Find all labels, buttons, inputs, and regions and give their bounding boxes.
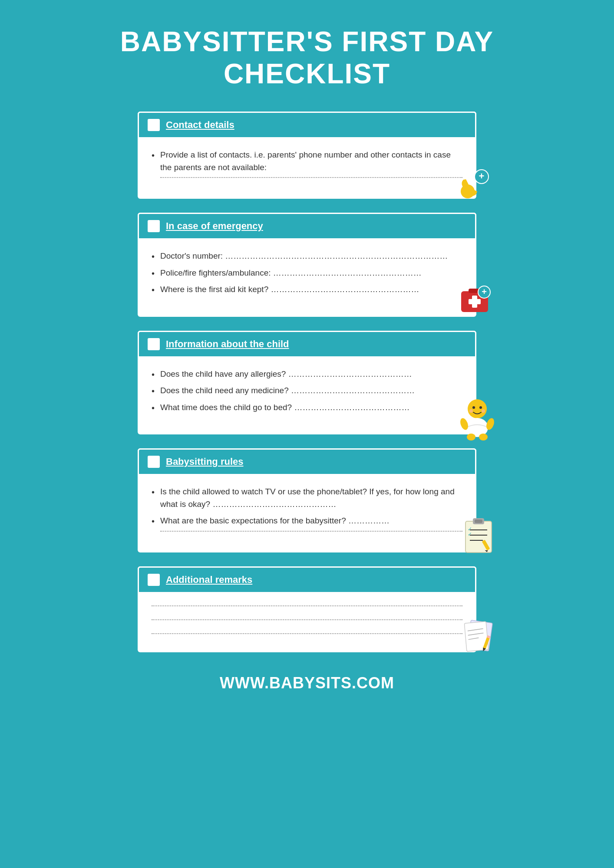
section-body-child: Does the child have any allergies? ……………… <box>138 358 476 423</box>
section-emergency: In case of emergency Doctor's number: ……… <box>138 213 476 317</box>
sections-container: Contact details Provide a list of contac… <box>138 112 476 652</box>
svg-point-10 <box>472 406 475 409</box>
checkbox-child[interactable] <box>148 338 160 350</box>
section-title-rules: Babysitting rules <box>166 456 243 467</box>
section-card-contact: Contact details Provide a list of contac… <box>138 112 476 199</box>
svg-point-9 <box>468 399 487 418</box>
section-body-rules: Is the child allowed to watch TV or use … <box>138 475 476 540</box>
list-item: Where is the first aid kit kept? …………………… <box>152 283 462 296</box>
section-title-contact: Contact details <box>166 119 234 131</box>
list-item: What are the basic expectations for the … <box>152 515 462 532</box>
list-item: What time does the child go to bed? …………… <box>152 401 462 414</box>
section-header-emergency: In case of emergency <box>138 213 476 240</box>
baby-icon <box>459 398 496 443</box>
bullet-list-contact: Provide a list of contacts. i.e. parents… <box>152 149 462 178</box>
section-additional-remarks: Additional remarks <box>138 566 476 652</box>
section-contact-details: Contact details Provide a list of contac… <box>138 112 476 199</box>
svg-text:+: + <box>479 171 485 181</box>
section-card-remarks: Additional remarks <box>138 566 476 652</box>
section-title-child: Information about the child <box>166 339 289 350</box>
svg-text:+: + <box>482 287 487 296</box>
svg-point-13 <box>482 409 485 413</box>
section-body-emergency: Doctor's number: ……………………………………………………………… <box>138 240 476 305</box>
section-child-info: Information about the child Does the chi… <box>138 331 476 435</box>
clipboard-icon: ✓ ✓ <box>463 516 496 557</box>
svg-point-17 <box>467 434 475 441</box>
list-item: Police/fire fighters/ambulance: ……………………… <box>152 267 462 279</box>
section-card-rules: Babysitting rules Is the child allowed t… <box>138 448 476 552</box>
section-header-child: Information about the child <box>138 331 476 358</box>
list-item: Is the child allowed to watch TV or use … <box>152 486 462 510</box>
remarks-lines <box>138 593 476 640</box>
list-item: Does the child have any allergies? ……………… <box>152 368 462 381</box>
bullet-list-emergency: Doctor's number: ……………………………………………………………… <box>152 250 462 296</box>
svg-point-11 <box>479 406 482 409</box>
svg-point-18 <box>479 434 488 441</box>
list-item: Doctor's number: ……………………………………………………………… <box>152 250 462 263</box>
section-title-remarks: Additional remarks <box>166 574 252 585</box>
section-header-remarks: Additional remarks <box>138 566 476 593</box>
notes-icon <box>461 618 496 659</box>
section-header-contact: Contact details <box>138 112 476 138</box>
section-title-emergency: In case of emergency <box>166 220 263 232</box>
list-item: Provide a list of contacts. i.e. parents… <box>152 149 462 178</box>
remarks-line-2 <box>152 619 462 620</box>
phone-icon: + <box>459 164 494 201</box>
svg-rect-6 <box>469 299 481 304</box>
remarks-line-1 <box>152 605 462 606</box>
section-card-child: Information about the child Does the chi… <box>138 331 476 435</box>
list-item: Does the child need any medicine? ………………… <box>152 385 462 397</box>
svg-point-12 <box>469 409 473 413</box>
footer-url: WWW.BABYSITS.COM <box>220 674 394 692</box>
page-title: BABYSITTER'S FIRST DAY CHECKLIST <box>120 26 494 90</box>
section-header-rules: Babysitting rules <box>138 448 476 475</box>
checkbox-contact[interactable] <box>148 119 160 131</box>
remarks-line-3 <box>152 633 462 634</box>
checkbox-remarks[interactable] <box>148 574 160 586</box>
bullet-list-rules: Is the child allowed to watch TV or use … <box>152 486 462 532</box>
svg-rect-21 <box>475 519 482 523</box>
section-body-contact: Provide a list of contacts. i.e. parents… <box>138 138 476 187</box>
firstaid-icon: + <box>459 283 494 319</box>
checkbox-rules[interactable] <box>148 456 160 468</box>
svg-text:✓: ✓ <box>468 531 472 537</box>
bullet-list-child: Does the child have any allergies? ……………… <box>152 368 462 414</box>
section-card-emergency: In case of emergency Doctor's number: ……… <box>138 213 476 317</box>
checkbox-emergency[interactable] <box>148 220 160 232</box>
section-babysitting-rules: Babysitting rules Is the child allowed t… <box>138 448 476 552</box>
